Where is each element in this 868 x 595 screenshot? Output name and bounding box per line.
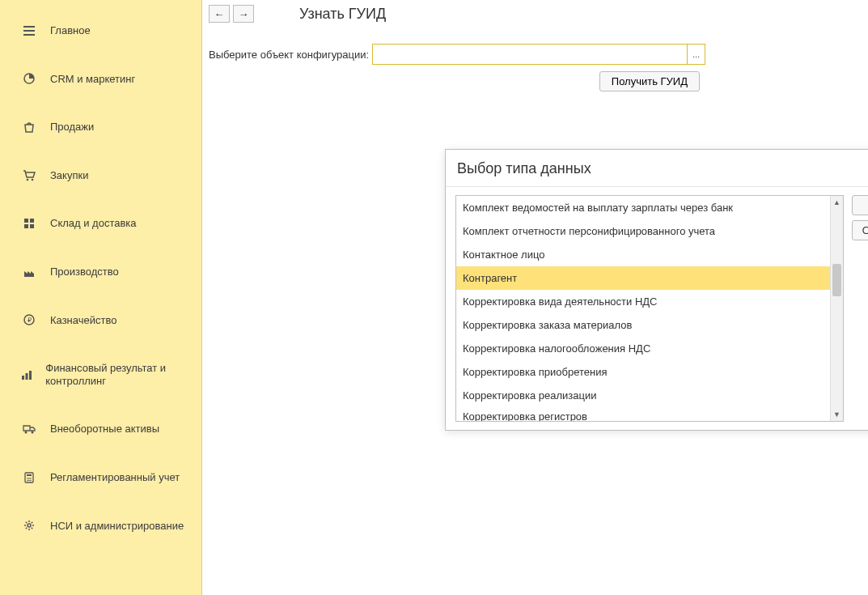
svg-rect-4 bbox=[30, 219, 34, 223]
data-type-list-container: Комплект ведомостей на выплату зарплаты … bbox=[455, 195, 844, 422]
sidebar-item-regulated[interactable]: Регламентированный учет bbox=[0, 453, 201, 502]
sidebar-item-label: Казначейство bbox=[50, 314, 116, 327]
svg-rect-9 bbox=[22, 376, 24, 380]
svg-point-2 bbox=[32, 178, 34, 181]
sidebar-item-sales[interactable]: Продажи bbox=[0, 103, 201, 151]
svg-rect-10 bbox=[26, 373, 28, 380]
list-item[interactable]: Комплект отчетности персонифицированного… bbox=[456, 219, 830, 243]
data-type-list[interactable]: Комплект ведомостей на выплату зарплаты … bbox=[456, 196, 830, 421]
config-object-input[interactable] bbox=[373, 45, 687, 64]
ellipsis-icon: ... bbox=[692, 49, 700, 59]
sidebar-item-label: Склад и доставка bbox=[50, 217, 137, 230]
list-item[interactable]: Корректировка регистров bbox=[456, 407, 830, 421]
bag-icon bbox=[18, 121, 40, 133]
svg-rect-5 bbox=[24, 224, 28, 228]
grid-icon bbox=[18, 218, 40, 229]
nav-forward-button[interactable]: → bbox=[233, 5, 254, 23]
sidebar-item-assets[interactable]: Внеоборотные активы bbox=[0, 405, 201, 453]
svg-rect-6 bbox=[30, 224, 34, 228]
sidebar-item-treasury[interactable]: ₽ Казначейство bbox=[0, 296, 201, 345]
list-item[interactable]: Корректировка заказа материалов bbox=[456, 313, 830, 337]
menu-icon bbox=[18, 26, 40, 36]
list-scrollbar[interactable]: ▲ ▼ bbox=[830, 196, 843, 421]
sidebar-item-label: CRM и маркетинг bbox=[50, 73, 135, 86]
arrow-right-icon: → bbox=[239, 8, 249, 20]
nav-back-button[interactable]: ← bbox=[209, 5, 230, 23]
svg-rect-15 bbox=[27, 474, 32, 476]
svg-point-22 bbox=[28, 524, 31, 527]
chevron-down-icon: ▼ bbox=[833, 410, 840, 419]
svg-rect-3 bbox=[24, 219, 28, 223]
sidebar-item-label: Продажи bbox=[50, 121, 94, 134]
select-more-button[interactable]: ... bbox=[687, 45, 705, 64]
sidebar-item-purchases[interactable]: Закупки bbox=[0, 151, 201, 200]
pie-icon bbox=[18, 73, 40, 84]
svg-point-20 bbox=[28, 479, 30, 481]
list-item[interactable]: Контактное лицо bbox=[456, 243, 830, 266]
gear-icon bbox=[18, 520, 40, 531]
scroll-up-button[interactable]: ▲ bbox=[831, 196, 843, 209]
svg-point-19 bbox=[27, 479, 28, 481]
sidebar-item-production[interactable]: Производство bbox=[0, 248, 201, 296]
sidebar-item-warehouse[interactable]: Склад и доставка bbox=[0, 199, 201, 248]
config-object-field: ... bbox=[372, 44, 705, 65]
svg-point-12 bbox=[25, 431, 28, 434]
svg-point-17 bbox=[28, 478, 30, 479]
svg-rect-11 bbox=[29, 371, 32, 380]
chevron-up-icon: ▲ bbox=[833, 198, 840, 206]
ok-button[interactable]: OK bbox=[852, 195, 868, 215]
svg-point-16 bbox=[27, 478, 28, 479]
sidebar-item-label: Финансовый результат и контроллинг bbox=[45, 362, 192, 387]
scroll-thumb[interactable] bbox=[832, 264, 841, 296]
cart-icon bbox=[18, 170, 40, 181]
svg-point-21 bbox=[30, 479, 32, 481]
list-item[interactable]: Корректировка налогообложения НДС bbox=[456, 337, 830, 360]
sidebar-item-label: НСИ и администрирование bbox=[50, 520, 184, 533]
sidebar-item-admin[interactable]: НСИ и администрирование bbox=[0, 502, 201, 550]
calc-icon bbox=[18, 472, 40, 483]
list-item[interactable]: Корректировка приобретения bbox=[456, 360, 830, 384]
config-object-label: Выберите объект конфигурации: bbox=[209, 49, 369, 61]
list-item[interactable]: Корректировка реализации bbox=[456, 384, 830, 407]
main-area: ← → Узнать ГУИД Выберите объект конфигур… bbox=[202, 0, 868, 595]
factory-icon bbox=[18, 266, 40, 278]
bars-icon bbox=[18, 369, 36, 380]
dialog-title: Выбор типа данных bbox=[457, 160, 591, 177]
svg-point-1 bbox=[27, 178, 29, 181]
svg-text:₽: ₽ bbox=[28, 317, 32, 324]
list-item[interactable]: Корректировка вида деятельности НДС bbox=[456, 290, 830, 313]
scroll-down-button[interactable]: ▼ bbox=[831, 408, 843, 421]
sidebar-item-main[interactable]: Главное bbox=[0, 6, 201, 55]
sidebar-item-label: Производство bbox=[50, 266, 119, 278]
sidebar-item-finance[interactable]: Финансовый результат и контроллинг bbox=[0, 344, 201, 405]
truck-icon bbox=[18, 424, 40, 434]
sidebar-item-label: Главное bbox=[50, 24, 91, 37]
sidebar-item-label: Внеоборотные активы bbox=[50, 423, 159, 436]
list-item[interactable]: Комплект ведомостей на выплату зарплаты … bbox=[456, 196, 830, 219]
page-title: Узнать ГУИД bbox=[299, 6, 386, 23]
sidebar-item-label: Регламентированный учет bbox=[50, 471, 180, 484]
list-item-selected[interactable]: Контрагент bbox=[456, 266, 830, 290]
toolbar: ← → Узнать ГУИД bbox=[202, 0, 868, 28]
svg-point-18 bbox=[30, 478, 32, 479]
cancel-button[interactable]: Отмена bbox=[852, 220, 868, 240]
sidebar-item-label: Закупки bbox=[50, 169, 88, 182]
ruble-icon: ₽ bbox=[18, 314, 40, 325]
get-guid-button[interactable]: Получить ГУИД bbox=[599, 71, 700, 91]
data-type-dialog: Выбор типа данных ✕ Комплект ведомостей … bbox=[445, 149, 868, 431]
arrow-left-icon: ← bbox=[214, 8, 225, 20]
sidebar: Главное CRM и маркетинг Продажи Закупки … bbox=[0, 0, 202, 595]
sidebar-item-crm[interactable]: CRM и маркетинг bbox=[0, 55, 201, 104]
svg-point-13 bbox=[32, 431, 34, 434]
